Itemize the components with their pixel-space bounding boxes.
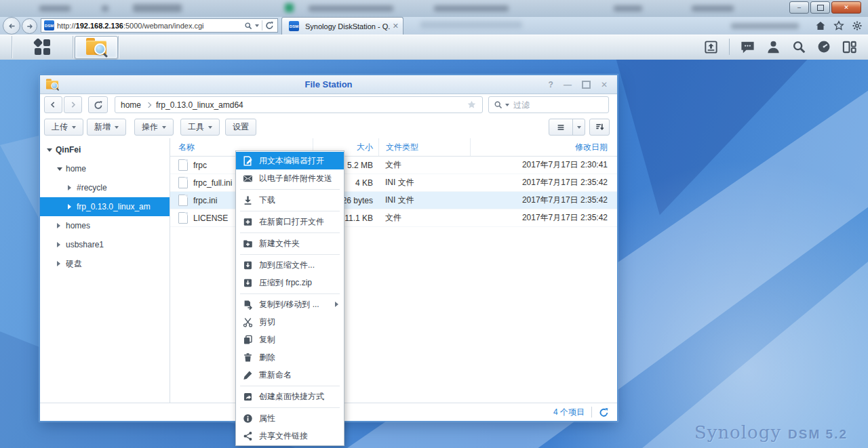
menu-item-properties[interactable]: 属性 <box>236 409 344 427</box>
menu-item-copy[interactable]: 复制 <box>236 331 344 348</box>
sort-button[interactable] <box>589 119 610 136</box>
file-type: 文件 <box>378 159 470 171</box>
chevron-down-icon <box>577 126 581 129</box>
file-icon <box>178 177 188 188</box>
blurred-tab-text <box>133 4 182 12</box>
expanded-arrow-icon[interactable] <box>47 148 56 152</box>
chevron-down-icon <box>72 126 76 129</box>
view-mode-dropdown[interactable] <box>572 119 585 135</box>
tree-item-homes[interactable]: homes <box>40 216 170 235</box>
address-bar[interactable]: DSM http://192.168.2.136:5000/webman/ind… <box>41 18 278 33</box>
filter-search-box[interactable] <box>488 96 609 113</box>
menu-item-open-with-text-editor[interactable]: 用文本编辑器打开 <box>236 152 344 169</box>
tree-item-usbshare1[interactable]: usbshare1 <box>40 235 170 254</box>
chevron-down-icon <box>162 126 166 129</box>
minimize-window-button[interactable]: – <box>789 1 809 14</box>
nav-forward-button[interactable] <box>64 96 82 113</box>
chevron-down-icon[interactable] <box>255 24 259 27</box>
window-titlebar[interactable]: File Station ? — ✕ <box>40 75 617 94</box>
help-button[interactable]: ? <box>549 80 553 89</box>
minimize-button[interactable]: — <box>564 80 572 89</box>
favorite-star-icon[interactable] <box>467 100 477 110</box>
file-modified: 2017年7月17日 2:35:42 <box>470 212 617 224</box>
breadcrumb-home[interactable]: home <box>121 100 141 110</box>
column-header-modified[interactable]: 修改日期 <box>470 138 617 156</box>
filter-input[interactable] <box>512 100 604 110</box>
home-icon[interactable] <box>815 20 826 31</box>
close-window-button[interactable]: ✕ <box>831 1 861 14</box>
background-windows-strip: – ✕ <box>0 0 868 17</box>
menu-item-new-folder[interactable]: 新建文件夹 <box>236 235 344 252</box>
tree-item-home[interactable]: home <box>40 159 170 178</box>
tree-label: frp_0.13.0_linux_am <box>77 202 151 211</box>
collapsed-arrow-icon[interactable] <box>57 223 66 228</box>
item-count: 4 个项目 <box>553 407 585 418</box>
menu-item-open-in-new-window[interactable]: 在新窗口打开文件 <box>236 213 344 230</box>
pilot-view-widgets-icon[interactable] <box>842 39 857 55</box>
view-mode-button[interactable] <box>549 119 585 136</box>
tree-label: usbshare1 <box>66 240 104 249</box>
settings-button[interactable]: 设置 <box>225 119 256 136</box>
file-icon <box>178 212 188 224</box>
external-device-eject-icon[interactable] <box>703 39 719 55</box>
tree-item-qinfei[interactable]: QinFei <box>40 140 170 159</box>
collapsed-arrow-icon[interactable] <box>57 261 66 266</box>
file-name: frpc_full.ini <box>193 178 232 188</box>
refresh-icon[interactable] <box>599 407 609 418</box>
system-health-gauge-icon[interactable] <box>816 39 831 54</box>
menu-item-share-file-link[interactable]: 共享文件链接 <box>236 427 344 445</box>
search-icon[interactable] <box>244 22 252 30</box>
menu-item-copy-to-move-to[interactable]: 复制到/移动到 ... <box>236 296 344 313</box>
create-button[interactable]: 新增 <box>87 119 126 136</box>
notifications-chat-icon[interactable] <box>740 39 755 55</box>
breadcrumb[interactable]: home frp_0.13.0_linux_amd64 <box>115 96 483 113</box>
browser-forward-button[interactable] <box>22 18 37 34</box>
menu-item-delete[interactable]: 删除 <box>236 348 344 366</box>
collapsed-arrow-icon[interactable] <box>68 185 77 190</box>
menu-label: 重新命名 <box>259 369 292 381</box>
favorites-star-icon[interactable] <box>833 20 844 31</box>
menu-item-rename[interactable]: 重新命名 <box>236 366 344 384</box>
browser-action-icons <box>815 20 863 31</box>
tree-item-frp-folder-selected[interactable]: frp_0.13.0_linux_am <box>40 197 170 216</box>
menu-separator <box>240 232 340 233</box>
maximize-button[interactable] <box>582 81 591 89</box>
tree-item-hdd[interactable]: 硬盘 <box>40 254 170 273</box>
menu-item-send-as-email-attachment[interactable]: 以电子邮件附件发送 <box>236 169 344 187</box>
column-header-type[interactable]: 文件类型 <box>378 138 470 156</box>
user-account-icon[interactable] <box>766 39 781 55</box>
tree-item-recycle[interactable]: #recycle <box>40 178 170 197</box>
action-label: 操作 <box>142 121 158 133</box>
taskbar-file-station-button[interactable] <box>75 36 118 59</box>
browser-back-button[interactable] <box>3 17 20 35</box>
refresh-icon[interactable] <box>265 21 274 30</box>
chevron-down-icon[interactable] <box>505 104 509 106</box>
search-icon[interactable] <box>791 39 806 54</box>
forward-arrow-icon <box>26 22 34 30</box>
menu-label: 共享文件链接 <box>259 430 308 442</box>
main-menu-button[interactable] <box>12 35 72 59</box>
menu-item-compress-to-zip[interactable]: 压缩到 frpc.zip <box>236 274 344 291</box>
close-tab-icon[interactable]: ✕ <box>393 22 399 30</box>
close-button[interactable]: ✕ <box>601 80 608 89</box>
menu-label: 加到压缩文件... <box>259 260 315 271</box>
tools-label: 工具 <box>188 121 204 133</box>
collapsed-arrow-icon[interactable] <box>68 204 77 209</box>
breadcrumb-current-folder[interactable]: frp_0.13.0_linux_amd64 <box>156 100 243 110</box>
restore-icon <box>817 5 824 11</box>
restore-window-button[interactable] <box>810 1 830 14</box>
upload-button[interactable]: 上传 <box>44 119 83 136</box>
tools-button[interactable]: 工具 <box>180 119 220 136</box>
menu-item-create-desktop-shortcut[interactable]: 创建桌面快捷方式 <box>236 388 344 405</box>
chevron-down-icon <box>208 126 212 129</box>
collapsed-arrow-icon[interactable] <box>57 242 66 247</box>
gear-icon[interactable] <box>852 20 863 31</box>
menu-item-add-to-archive[interactable]: 加到压缩文件... <box>236 256 344 274</box>
action-button[interactable]: 操作 <box>134 119 174 136</box>
menu-item-cut[interactable]: 剪切 <box>236 313 344 331</box>
browser-tab[interactable]: DSM Synology DiskStation - Q... ✕ <box>281 17 403 35</box>
nav-refresh-button[interactable] <box>88 96 108 113</box>
menu-item-download[interactable]: 下载 <box>236 191 344 209</box>
nav-back-button[interactable] <box>44 96 62 113</box>
expanded-arrow-icon[interactable] <box>57 167 66 171</box>
